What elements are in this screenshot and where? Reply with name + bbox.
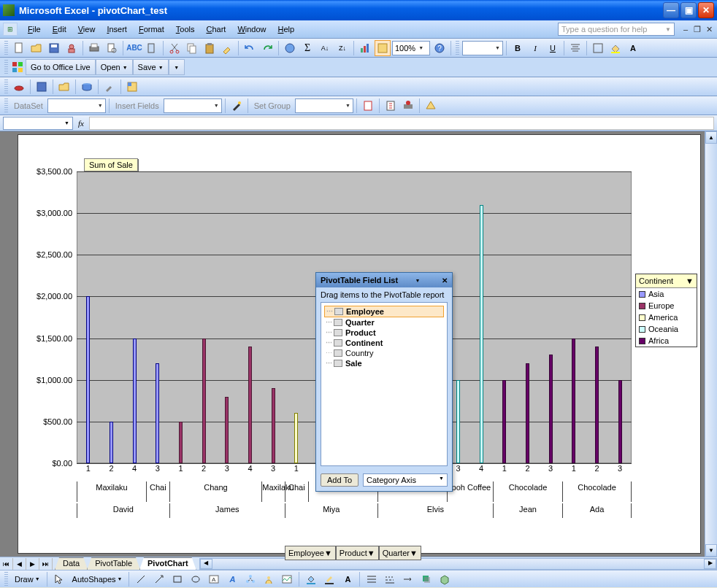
chart-wizard-icon[interactable] xyxy=(357,40,373,56)
bar[interactable] xyxy=(480,205,483,463)
bar[interactable] xyxy=(572,339,575,463)
drawing-toggle-icon[interactable] xyxy=(375,40,391,56)
legend-entry-africa[interactable]: Africa xyxy=(636,335,697,347)
arrow-icon[interactable] xyxy=(151,571,167,587)
bar[interactable] xyxy=(549,355,553,463)
align-center-icon[interactable] xyxy=(567,40,583,56)
legend-entry-asia[interactable]: Asia xyxy=(636,288,697,300)
line-color-picker-icon[interactable] xyxy=(321,571,337,587)
bar[interactable] xyxy=(456,380,460,463)
toolbar-grip[interactable] xyxy=(4,98,8,113)
office-live-icon[interactable] xyxy=(9,59,26,75)
help-search-box[interactable]: Type a question for help ▼ xyxy=(558,23,675,36)
toolbar-grip[interactable] xyxy=(4,41,8,55)
arrow-select-icon[interactable] xyxy=(51,571,67,587)
last-sheet-icon[interactable]: ⏭ xyxy=(39,558,53,570)
save-menu-button[interactable]: Save▼ xyxy=(133,59,169,75)
menu-format[interactable]: Format xyxy=(133,23,170,36)
legend-entry-america[interactable]: America xyxy=(636,312,697,323)
next-sheet-icon[interactable]: ▶ xyxy=(26,558,39,570)
horizontal-scrollbar[interactable]: ◀ ▶ xyxy=(199,558,717,570)
toolbar-grip[interactable] xyxy=(4,80,8,94)
bar[interactable] xyxy=(618,380,622,463)
field-item-product[interactable]: ⋯Product xyxy=(324,328,444,338)
add-to-button[interactable]: Add To xyxy=(321,473,358,487)
name-box[interactable]: ▼ xyxy=(3,117,73,130)
paste-icon[interactable] xyxy=(202,40,218,56)
menu-file[interactable]: File xyxy=(22,23,47,36)
spellcheck-icon[interactable]: ABC xyxy=(126,40,142,56)
bar[interactable] xyxy=(86,296,90,463)
wordart-icon[interactable]: A xyxy=(224,571,240,587)
bar[interactable] xyxy=(248,347,252,463)
dataset-dropdown[interactable]: ▼ xyxy=(47,98,106,113)
close-button[interactable]: ✕ xyxy=(698,2,714,18)
sort-desc-icon[interactable]: Z↓ xyxy=(334,40,350,56)
legend-entry-europe[interactable]: Europe xyxy=(636,300,697,312)
open-icon[interactable] xyxy=(28,40,45,56)
target-area-dropdown[interactable]: Category Axis ▼ xyxy=(363,473,448,487)
fill-color-picker-icon[interactable] xyxy=(303,571,319,587)
opus-tool-icon[interactable] xyxy=(101,79,118,95)
menu-tools[interactable]: Tools xyxy=(170,23,201,36)
line-icon[interactable] xyxy=(133,571,149,587)
bar[interactable] xyxy=(502,380,506,463)
toolbar-grip[interactable] xyxy=(4,572,8,587)
field-item-continent[interactable]: ⋯Continent xyxy=(324,338,444,348)
legend[interactable]: Continent ▼ AsiaEuropeAmericaOceaniaAfri… xyxy=(635,274,697,347)
doc-minimize-button[interactable]: – xyxy=(680,24,691,34)
bold-icon[interactable]: B xyxy=(510,40,526,56)
hyperlink-icon[interactable] xyxy=(282,40,298,56)
scroll-down-icon[interactable]: ▼ xyxy=(705,544,717,557)
bar[interactable] xyxy=(133,339,137,463)
draw-menu-button[interactable]: Draw▼ xyxy=(12,573,43,585)
insertfields-dropdown[interactable]: ▼ xyxy=(164,98,222,113)
wizard-icon[interactable] xyxy=(229,98,245,114)
app-menu-icon[interactable]: ⊞ xyxy=(3,23,18,36)
font-color-icon[interactable]: A xyxy=(625,40,641,56)
field-list-close-icon[interactable]: ✕ xyxy=(442,276,448,285)
opus-disk-icon[interactable] xyxy=(79,79,95,95)
field-list-body[interactable]: ⋯Employee⋯Quarter⋯Product⋯Continent⋯Coun… xyxy=(321,302,448,466)
field-list-titlebar[interactable]: PivotTable Field List ▼ ✕ xyxy=(316,273,452,287)
menu-view[interactable]: View xyxy=(72,23,101,36)
minimize-button[interactable]: — xyxy=(663,2,679,18)
bar[interactable] xyxy=(225,397,229,463)
sort-asc-icon[interactable]: A↓ xyxy=(317,40,333,56)
scroll-right-icon[interactable]: ▶ xyxy=(704,559,716,569)
pivottable-field-list[interactable]: PivotTable Field List ▼ ✕ Drag items to … xyxy=(315,272,453,492)
menu-window[interactable]: Window xyxy=(231,23,272,36)
sheet-tab-data[interactable]: Data xyxy=(55,557,88,570)
opus-open-icon[interactable] xyxy=(56,79,72,95)
text-color-picker-icon[interactable]: A xyxy=(340,571,356,587)
autosum-icon[interactable]: Σ xyxy=(299,40,315,56)
field-item-sale[interactable]: ⋯Sale xyxy=(324,358,444,368)
first-sheet-icon[interactable]: ⏮ xyxy=(0,558,13,570)
bar[interactable] xyxy=(202,339,206,463)
undo-icon[interactable] xyxy=(242,40,258,56)
prev-sheet-icon[interactable]: ◀ xyxy=(13,558,26,570)
fill-color-icon[interactable] xyxy=(607,40,624,56)
bar[interactable] xyxy=(526,363,529,463)
doc-close-button[interactable]: ✕ xyxy=(704,24,714,34)
maximize-button[interactable]: ▣ xyxy=(680,2,697,18)
legend-dropdown-icon[interactable]: ▼ xyxy=(686,276,694,285)
fx-icon[interactable]: fx xyxy=(73,119,89,128)
toolbar-overflow-icon[interactable]: ▼ xyxy=(169,59,185,75)
print-preview-icon[interactable] xyxy=(104,40,120,56)
borders-icon[interactable] xyxy=(590,40,606,56)
toolbar-grip[interactable] xyxy=(4,60,8,74)
db-icon-4[interactable] xyxy=(423,98,439,114)
go-to-office-live-button[interactable]: Go to Office Live xyxy=(26,59,96,75)
formula-input[interactable] xyxy=(89,117,714,130)
field-item-country[interactable]: ⋯Country xyxy=(324,348,444,358)
menu-edit[interactable]: Edit xyxy=(47,23,72,36)
bar[interactable] xyxy=(272,388,275,463)
menu-insert[interactable]: Insert xyxy=(101,23,133,36)
legend-entry-oceania[interactable]: Oceania xyxy=(636,323,697,335)
new-icon[interactable] xyxy=(11,40,27,56)
drop-field-employee[interactable]: Employee▼ xyxy=(285,546,336,560)
print-icon[interactable] xyxy=(86,40,102,56)
sheet-tab-pivottable[interactable]: PivotTable xyxy=(87,557,140,570)
open-menu-button[interactable]: Open▼ xyxy=(96,59,133,75)
